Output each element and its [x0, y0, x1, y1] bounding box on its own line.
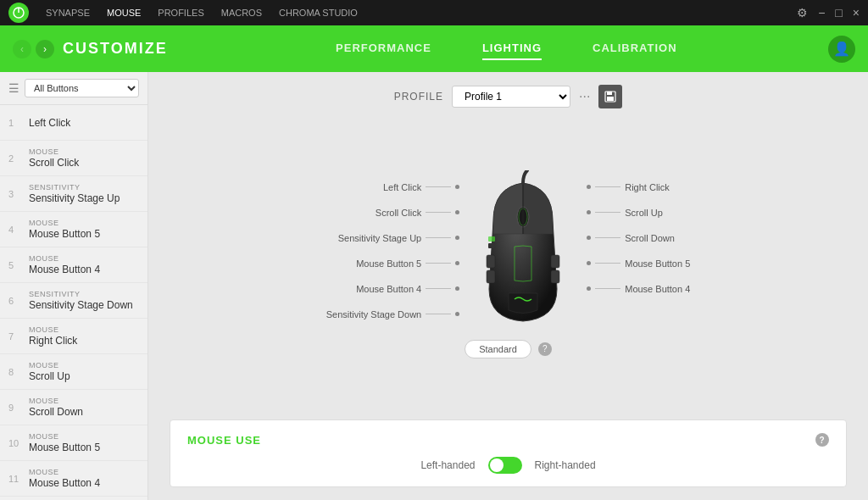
left-handed-label: Left-handed: [420, 459, 475, 471]
settings-icon[interactable]: ⚙: [797, 6, 808, 19]
label-left-click: Left Click: [383, 175, 459, 200]
item-name: Scroll Click: [29, 157, 79, 169]
item-name: Scroll Down: [29, 406, 83, 418]
list-item[interactable]: 10 MOUSE Mouse Button 5: [0, 425, 147, 461]
tab-lighting[interactable]: LIGHTING: [482, 37, 542, 60]
maximize-icon[interactable]: □: [835, 6, 842, 19]
help-icon[interactable]: ?: [538, 342, 552, 356]
list-item[interactable]: 6 SENSITIVITY Sensitivity Stage Down: [0, 283, 147, 319]
svg-rect-11: [551, 255, 559, 268]
diagram-row: Left Click Scroll Click Sensitivity Stag…: [161, 170, 855, 331]
list-item[interactable]: 11 MOUSE Mouse Button 4: [0, 461, 147, 497]
user-avatar[interactable]: 👤: [828, 36, 855, 63]
title-bar-controls: ⚙ − □ ×: [797, 6, 860, 19]
list-item[interactable]: 7 MOUSE Right Click: [0, 319, 147, 354]
profile-row: PROFILE Profile 1 ···: [161, 85, 855, 108]
item-number: 7: [8, 331, 22, 342]
connector-line: [426, 314, 451, 314]
toggle-knob: [490, 458, 504, 472]
profile-select[interactable]: Profile 1: [452, 86, 570, 108]
close-icon[interactable]: ×: [853, 6, 860, 19]
connector-dot: [587, 210, 591, 214]
connector-line: [426, 186, 451, 187]
item-name: Mouse Button 5: [29, 228, 100, 240]
label-right-click: Right Click: [587, 175, 670, 200]
profile-more-icon[interactable]: ···: [579, 89, 590, 104]
item-name: Mouse Button 5: [29, 442, 100, 453]
nav-chroma[interactable]: CHROMA STUDIO: [279, 8, 358, 18]
nav-synapse[interactable]: SYNAPSE: [46, 8, 90, 18]
nav-mouse[interactable]: MOUSE: [107, 8, 141, 18]
profile-label: PROFILE: [394, 91, 443, 103]
item-type: MOUSE: [29, 361, 70, 369]
mouse-use-panel: MOUSE USE ? Left-handed Right-handed: [170, 419, 847, 487]
title-bar: SYNAPSE MOUSE PROFILES MACROS CHROMA STU…: [0, 0, 868, 25]
svg-rect-13: [488, 236, 495, 242]
list-item[interactable]: 9 MOUSE Scroll Down: [0, 390, 147, 425]
standard-button[interactable]: Standard: [465, 340, 531, 358]
item-number: 6: [8, 296, 22, 306]
item-number: 10: [8, 438, 22, 448]
nav-profiles[interactable]: PROFILES: [158, 8, 203, 18]
mouse-use-help-icon[interactable]: ?: [815, 433, 829, 447]
svg-rect-4: [607, 97, 614, 101]
item-number: 5: [8, 260, 22, 270]
item-type: MOUSE: [29, 147, 79, 156]
item-content: MOUSE Scroll Click: [29, 147, 79, 169]
standard-row: Standard ?: [465, 340, 552, 358]
item-type: SENSITIVITY: [29, 290, 133, 298]
connector-dot: [455, 236, 459, 240]
sidebar: ☰ All Buttons 1 Left Click 2 MOUSE Scrol…: [0, 72, 148, 500]
item-content: SENSITIVITY Sensitivity Stage Up: [29, 183, 120, 204]
item-name: Sensitivity Stage Down: [29, 299, 133, 311]
forward-arrow[interactable]: ›: [36, 40, 54, 58]
list-item[interactable]: 2 MOUSE Scroll Click: [0, 141, 147, 176]
button-filter-select[interactable]: All Buttons: [25, 79, 139, 97]
connector-line: [426, 212, 451, 213]
nav-tabs: PERFORMANCE LIGHTING CALIBRATION: [193, 37, 820, 60]
list-item[interactable]: 8 MOUSE Scroll Up: [0, 354, 147, 390]
standard-label: Standard: [479, 344, 517, 354]
connector-line: [595, 263, 620, 264]
item-content: MOUSE Scroll Down: [29, 397, 83, 418]
label-mb4-r: Mouse Button 4: [587, 276, 690, 302]
profile-save-icon[interactable]: [598, 85, 622, 108]
nav-macros[interactable]: MACROS: [221, 8, 262, 18]
minimize-icon[interactable]: −: [818, 6, 825, 19]
mouse-use-title: MOUSE USE ?: [187, 433, 829, 447]
app-logo[interactable]: [8, 3, 29, 23]
back-arrow[interactable]: ‹: [13, 40, 31, 58]
left-labels: Left Click Scroll Click Sensitivity Stag…: [326, 175, 460, 327]
connector-dot: [455, 185, 459, 189]
svg-rect-10: [487, 270, 495, 283]
tab-calibration[interactable]: CALIBRATION: [593, 37, 677, 60]
nav-bar: ‹ › CUSTOMIZE PERFORMANCE LIGHTING CALIB…: [0, 25, 868, 72]
item-content: MOUSE Scroll Up: [29, 361, 70, 382]
label-mb5-r: Mouse Button 5: [587, 251, 690, 276]
tab-performance[interactable]: PERFORMANCE: [336, 37, 431, 60]
item-number: 4: [8, 225, 22, 235]
item-name: Right Click: [29, 335, 77, 347]
item-content: MOUSE Mouse Button 4: [29, 254, 100, 275]
item-type: MOUSE: [29, 325, 77, 334]
label-scroll-click: Scroll Click: [376, 200, 459, 225]
connector-line: [426, 263, 451, 264]
item-number: 2: [8, 153, 22, 164]
connector-dot: [455, 210, 459, 214]
label-sens-down: Sensitivity Stage Down: [326, 302, 460, 327]
list-item[interactable]: 3 SENSITIVITY Sensitivity Stage Up: [0, 176, 147, 212]
list-item[interactable]: 1 Left Click: [0, 105, 147, 141]
connector-dot: [587, 286, 591, 291]
item-content: MOUSE Mouse Button 5: [29, 432, 100, 453]
item-number: 9: [8, 403, 22, 413]
label-text: Right Click: [625, 182, 670, 192]
label-text: Mouse Button 4: [356, 284, 421, 294]
connector-line: [595, 186, 620, 187]
list-item[interactable]: 5 MOUSE Mouse Button 4: [0, 247, 147, 283]
label-text: Left Click: [383, 182, 421, 192]
list-item[interactable]: 4 MOUSE Mouse Button 5: [0, 212, 147, 247]
handedness-toggle[interactable]: [488, 457, 522, 474]
connector-dot: [587, 236, 591, 240]
item-content: MOUSE Mouse Button 5: [29, 219, 100, 240]
item-name: Left Click: [29, 117, 70, 129]
